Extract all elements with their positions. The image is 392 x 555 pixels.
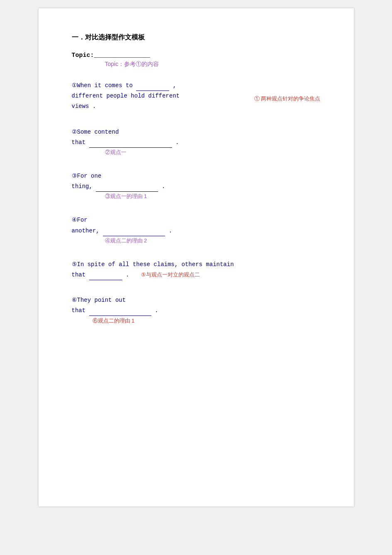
topic-label: Topic: <box>72 52 94 59</box>
section-title: 一．对比选择型作文模板 <box>72 33 321 42</box>
blank-2 <box>89 141 172 148</box>
hint-block5: ⑤与观点一对立的观点二 <box>141 271 200 278</box>
hint-block2: ②观点一 <box>105 149 321 156</box>
blank-1 <box>136 84 169 91</box>
blank-4 <box>103 230 165 236</box>
template-block-3: ③For one thing, . ③观点一的理由 1 <box>72 171 321 200</box>
template-block-5: ⑤In spite of all these claims, others ma… <box>72 259 321 280</box>
block4-line2: another, . <box>72 226 321 236</box>
hint-block1: ① 两种观点针对的争论焦点 <box>254 95 321 103</box>
template-block-1: ①When it comes to , different people hol… <box>72 81 321 112</box>
template-block-6: ⑥They point out that . ⑥观点二的理由 1 <box>72 295 321 325</box>
block3-line1: ③For one <box>72 171 321 181</box>
template-block-4: ④For another, . ④观点二的理由 2 <box>72 215 321 244</box>
block2-line1: ②Some contend <box>72 127 321 137</box>
block3-line2: thing, . <box>72 181 321 192</box>
topic-line: Topic:_______________ <box>72 52 321 59</box>
blank-6 <box>89 309 151 316</box>
block5-line1: ⑤In spite of all these claims, others ma… <box>72 259 321 270</box>
blank-3 <box>96 185 158 192</box>
block4-line1: ④For <box>72 215 321 225</box>
topic-hint: Topic：参考①的内容 <box>105 61 321 68</box>
hint-block4: ④观点二的理由 2 <box>105 237 321 244</box>
block5-line2: that . ⑤与观点一对立的观点二 <box>72 270 321 280</box>
hint-block6: ⑥观点二的理由 1 <box>93 318 135 324</box>
hint-block3: ③观点一的理由 1 <box>105 193 321 200</box>
block6-line1: ⑥They point out <box>72 295 321 306</box>
block2-line2: that . <box>72 137 321 148</box>
block1-line1: ①When it comes to , <box>72 81 321 91</box>
blank-5 <box>89 274 122 280</box>
block6-line2: that . <box>72 306 321 316</box>
template-block-2: ②Some contend that . ②观点一 <box>72 127 321 156</box>
document-page: 一．对比选择型作文模板 Topic:_______________ Topic：… <box>39 8 354 506</box>
